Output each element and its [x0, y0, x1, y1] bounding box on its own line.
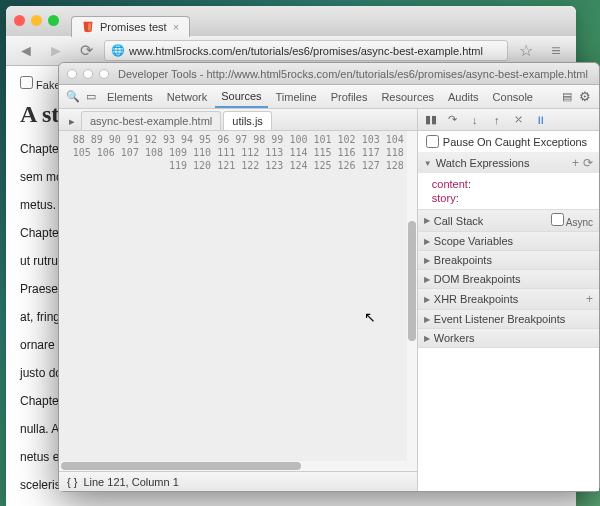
pause-checkbox[interactable] [426, 135, 439, 148]
add-watch-button[interactable]: + [572, 156, 579, 170]
horizontal-scrollbar[interactable] [59, 461, 417, 471]
pause-on-exceptions-row[interactable]: Pause On Caught Exceptions [418, 131, 599, 153]
section-header[interactable]: ▶Scope Variables [418, 232, 599, 250]
step-over-button[interactable]: ↷ [446, 113, 460, 127]
watch-section: ▼ Watch Expressions + ⟳ content: story: [418, 153, 599, 210]
browser-tab-strip: Promises test × [6, 6, 576, 36]
tab-title: Promises test [100, 21, 167, 33]
close-tab-icon[interactable]: × [173, 21, 179, 33]
devtools-tab-console[interactable]: Console [487, 87, 539, 107]
devtools-window: Developer Tools - http://www.html5rocks.… [58, 62, 600, 492]
devtools-tab-timeline[interactable]: Timeline [270, 87, 323, 107]
cursor-position: Line 121, Column 1 [83, 476, 178, 488]
section-header[interactable]: ▶Call Stack Async [418, 210, 599, 231]
reload-button[interactable]: ⟳ [74, 39, 98, 63]
line-gutter: 88 89 90 91 92 93 94 95 96 97 98 99 100 … [59, 131, 409, 461]
zoom-devtools-button[interactable] [99, 69, 109, 79]
devtools-tab-resources[interactable]: Resources [375, 87, 440, 107]
refresh-watch-button[interactable]: ⟳ [583, 156, 593, 170]
bookmark-button[interactable]: ☆ [514, 39, 538, 63]
expand-icon: ▶ [424, 216, 430, 225]
watch-body: content: story: [418, 173, 599, 209]
pause-exceptions-button[interactable]: ⏸ [534, 113, 548, 127]
address-bar[interactable]: 🌐 www.html5rocks.com/en/tutorials/es6/pr… [104, 40, 508, 61]
close-window-button[interactable] [14, 15, 25, 26]
file-tabs: ▸ async-best-example.htmlutils.js [59, 109, 417, 131]
add-xhr-button[interactable]: + [586, 292, 593, 306]
forward-button[interactable]: ► [44, 39, 68, 63]
url-text: www.html5rocks.com/en/tutorials/es6/prom… [129, 45, 483, 57]
expand-icon: ▶ [424, 295, 430, 304]
drawer-icon[interactable]: ▤ [559, 89, 575, 105]
expand-icon: ▶ [424, 256, 430, 265]
sources-panel: ▸ async-best-example.htmlutils.js 88 89 … [59, 109, 418, 491]
section-header[interactable]: ▶Breakpoints [418, 251, 599, 269]
vertical-scrollbar[interactable] [407, 131, 417, 461]
settings-icon[interactable]: ⚙ [577, 89, 593, 105]
scroll-thumb[interactable] [408, 221, 416, 341]
status-bar: { } Line 121, Column 1 [59, 471, 417, 491]
html5-icon [82, 21, 94, 33]
devtools-tab-audits[interactable]: Audits [442, 87, 485, 107]
navigator-icon[interactable]: ▸ [63, 112, 81, 130]
scroll-thumb[interactable] [61, 462, 301, 470]
file-tab[interactable]: async-best-example.html [81, 111, 221, 130]
watch-item[interactable]: content: [432, 177, 585, 191]
section-header[interactable]: ▶XHR Breakpoints+ [418, 289, 599, 309]
inspect-icon[interactable]: 🔍 [65, 89, 81, 105]
async-checkbox[interactable] [551, 213, 564, 226]
expand-icon: ▶ [424, 315, 430, 324]
debugger-sidebar: ▮▮ ↷ ↓ ↑ ⤫ ⏸ Pause On Caught Exceptions … [418, 109, 599, 491]
close-devtools-button[interactable] [67, 69, 77, 79]
devtools-tab-sources[interactable]: Sources [215, 86, 267, 108]
devtools-tab-elements[interactable]: Elements [101, 87, 159, 107]
minimize-window-button[interactable] [31, 15, 42, 26]
expand-icon: ▶ [424, 275, 430, 284]
debugger-toolbar: ▮▮ ↷ ↓ ↑ ⤫ ⏸ [418, 109, 599, 131]
devtools-main-tabs: 🔍 ▭ ElementsNetworkSourcesTimelineProfil… [59, 85, 599, 109]
devtools-tab-network[interactable]: Network [161, 87, 213, 107]
menu-button[interactable]: ≡ [544, 39, 568, 63]
globe-icon: 🌐 [111, 44, 125, 57]
devtools-titlebar[interactable]: Developer Tools - http://www.html5rocks.… [59, 63, 599, 85]
device-icon[interactable]: ▭ [83, 89, 99, 105]
devtools-title: Developer Tools - http://www.html5rocks.… [115, 68, 591, 80]
watch-item[interactable]: story: [432, 191, 585, 205]
devtools-tab-profiles[interactable]: Profiles [325, 87, 374, 107]
watch-header[interactable]: ▼ Watch Expressions + ⟳ [418, 153, 599, 173]
step-out-button[interactable]: ↑ [490, 113, 504, 127]
back-button[interactable]: ◄ [14, 39, 38, 63]
deactivate-breakpoints-button[interactable]: ⤫ [512, 113, 526, 127]
expand-icon: ▶ [424, 334, 430, 343]
file-tab[interactable]: utils.js [223, 111, 272, 130]
section-header[interactable]: ▶Event Listener Breakpoints [418, 310, 599, 328]
minimize-devtools-button[interactable] [83, 69, 93, 79]
braces-icon[interactable]: { } [67, 476, 77, 488]
section-header[interactable]: ▶DOM Breakpoints [418, 270, 599, 288]
step-into-button[interactable]: ↓ [468, 113, 482, 127]
expand-icon: ▼ [424, 159, 432, 168]
zoom-window-button[interactable] [48, 15, 59, 26]
pause-button[interactable]: ▮▮ [424, 113, 438, 127]
code-editor[interactable]: 88 89 90 91 92 93 94 95 96 97 98 99 100 … [59, 131, 417, 461]
expand-icon: ▶ [424, 237, 430, 246]
section-header[interactable]: ▶Workers [418, 329, 599, 347]
traffic-lights [14, 15, 59, 26]
browser-tab[interactable]: Promises test × [71, 16, 190, 37]
